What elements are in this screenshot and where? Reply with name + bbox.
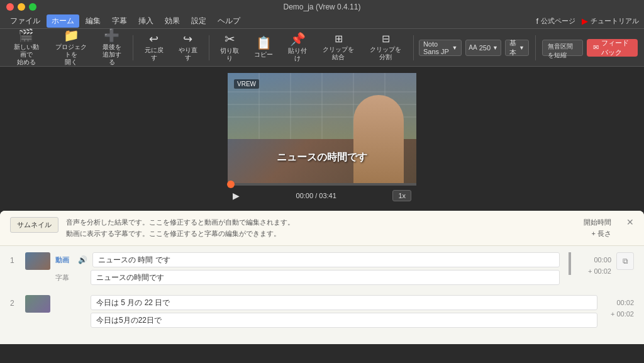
progress-bar-container[interactable] [228,183,416,186]
clip-number-2: 2 [10,295,20,308]
redo-button[interactable]: ↪ やり直す [172,31,204,64]
toolbar-separator-2 [209,35,209,60]
toolbar-separator-3 [413,35,414,60]
subtitle-type-label-1: 字幕 [55,273,73,282]
copy-icon-1: ⧉ [623,257,628,265]
add-segment-button[interactable]: ➕ 最後を追加する [96,31,128,64]
silence-button[interactable]: 無音区間を短縮 [542,40,583,56]
split-label: クリップを分割 [369,46,403,61]
menu-item-ファイル[interactable]: ファイル [5,14,45,28]
menu-item-設定[interactable]: 設定 [186,14,211,28]
copy-icon: 📋 [256,36,272,49]
font-size-selector[interactable]: AA 250 ▼ [465,40,501,56]
menu-item-ヘルプ[interactable]: ヘルプ [213,14,245,28]
content-area: 1 動画 🔊 字幕 [0,246,644,344]
font-dropdown-icon: ▼ [452,45,457,51]
transcript-input-1[interactable] [92,252,560,267]
current-time: 00:00 [296,192,314,199]
add-segment-icon: ➕ [104,29,119,42]
subtitle-input-1[interactable] [91,270,560,285]
style-selector[interactable]: 基本 ▼ [505,40,529,56]
official-page-label: 公式ページ [541,16,575,26]
editor-header: サムネイル 音声を分析した結果です。ここを修正すると動画が自動で編集されます。 … [0,211,644,246]
undo-button[interactable]: ↩ 元に戻す [138,31,170,64]
clip-time-1: 00:00 + 00:02 [580,252,611,277]
progress-bar-fill [228,183,231,186]
official-page-link[interactable]: f 公式ページ [536,16,575,26]
menu-items: ファイルホーム編集字幕挿入効果設定ヘルプ [5,14,245,28]
progress-indicator [227,181,235,188]
add-segment-label: 最後を追加する [101,43,123,66]
menu-item-挿入[interactable]: 挿入 [133,14,158,28]
merge-label: クリップを結合 [321,46,355,61]
style-dropdown-icon: ▼ [519,45,525,51]
clip-copy-button-1[interactable]: ⧉ [616,252,634,270]
video-area: ニュースの時間です VREW ▶ 00:00 / 03:41 1x [0,67,644,206]
menu-item-効果[interactable]: 効果 [160,14,185,28]
menu-item-ホーム[interactable]: ホーム [47,14,79,28]
editor-header-right: 開始時間 + 長さ [584,217,611,239]
split-clip-button[interactable]: ⊟ クリップを分割 [364,31,408,64]
facebook-icon: f [536,16,538,26]
clip-row: 1 動画 🔊 字幕 [10,252,634,285]
speed-button[interactable]: 1x [392,190,411,201]
clip-row-2: 2 00:02 + 00:02 [10,295,634,328]
mail-icon: ✉ [593,43,599,52]
play-button[interactable]: ▶ [233,191,240,201]
paste-icon: 📌 [290,33,306,45]
close-hint-button[interactable]: ✕ [626,217,634,227]
minimize-button[interactable] [18,3,25,11]
clip-thumb-image-1 [25,252,50,270]
editor-hint: 音声を分析した結果です。ここを修正すると動画が自動で編集されます。 動画に表示す… [66,217,294,239]
paste-button[interactable]: 📌 貼り付け [282,31,313,64]
open-project-button[interactable]: 📁 プロジェクトを開く [48,31,93,64]
merge-clips-button[interactable]: ⊞ クリップを結合 [316,31,360,64]
time-display: 00:00 / 03:41 [296,192,336,199]
clip-subtitle-line-2 [55,313,597,328]
tutorial-link[interactable]: ▶ チュートリアル [582,16,639,26]
clip-start-time-2: 00:02 [602,298,634,309]
feedback-label: フィードバック [601,38,631,57]
clip-duration-2: + 00:02 [602,309,634,320]
new-video-label: 新しい動画で始める [11,43,41,66]
cut-button[interactable]: ✂ 切り取り [214,31,245,64]
font-name-label: Noto Sans JP [423,40,449,55]
feedback-button[interactable]: ✉ フィードバック [587,39,638,57]
close-button[interactable] [6,3,14,11]
menu-right: f 公式ページ ▶ チュートリアル [536,16,639,26]
thumbnail-button[interactable]: サムネイル [10,217,58,233]
start-time-label: 開始時間 [584,217,611,228]
fullscreen-button[interactable] [29,3,36,11]
font-selector[interactable]: Noto Sans JP ▼ [419,40,462,56]
open-project-icon: 📁 [64,29,79,42]
handle-bars-1 [569,252,571,275]
font-size-value: 250 [479,44,491,52]
menu-item-編集[interactable]: 編集 [80,14,106,28]
copy-label: コピー [254,51,273,59]
subtitle-input-2[interactable] [91,313,597,328]
open-project-label: プロジェクトを開く [53,43,88,66]
style-label: 基本 [509,38,516,57]
transcript-input-2[interactable] [91,295,597,310]
undo-label: 元に戻す [143,47,165,62]
clip-thumbnail-2 [25,295,50,313]
duration-label: + 長さ [584,228,611,240]
clip-lines-1: 動画 🔊 字幕 [55,252,560,285]
redo-label: やり直す [177,47,199,62]
clip-number-1: 1 [10,252,20,265]
clip-thumbnail-1 [25,252,50,270]
hint-line-1: 音声を分析した結果です。ここを修正すると動画が自動で編集されます。 [66,217,294,228]
cut-icon: ✂ [225,33,235,45]
clip-handle-1 [565,252,575,275]
menu-item-字幕[interactable]: 字幕 [107,14,132,28]
font-size-dropdown-icon: ▼ [492,45,498,51]
toolbar-right: Noto Sans JP ▼ AA 250 ▼ 基本 ▼ 無音区間を短縮 ✉ フ… [419,35,638,60]
main-area: ニュースの時間です VREW ▶ 00:00 / 03:41 1x [0,67,644,344]
toolbar-separator-4 [535,35,536,60]
new-video-button[interactable]: 🎬 新しい動画で始める [6,31,46,64]
menu-bar: ファイルホーム編集字幕挿入効果設定ヘルプ f 公式ページ ▶ チュートリアル [0,14,644,29]
undo-icon: ↩ [149,33,158,45]
clip-subtitle-line-1: 字幕 [55,270,560,285]
copy-button[interactable]: 📋 コピー [248,31,279,64]
editor-panel: サムネイル 音声を分析した結果です。ここを修正すると動画が自動で編集されます。 … [0,211,644,344]
